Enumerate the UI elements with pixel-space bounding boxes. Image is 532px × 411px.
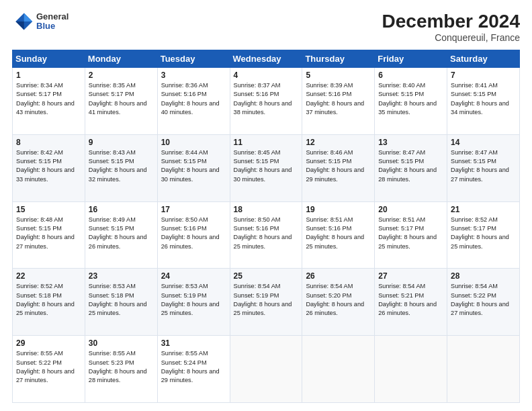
day-detail: Sunrise: 8:55 AMSunset: 5:23 PMDaylight:… — [89, 349, 154, 385]
calendar-cell: 20Sunrise: 8:51 AMSunset: 5:17 PMDayligh… — [375, 201, 447, 269]
svg-marker-2 — [15, 21, 24, 30]
day-detail: Sunrise: 8:44 AMSunset: 5:15 PMDaylight:… — [161, 148, 227, 184]
calendar-cell — [375, 336, 447, 403]
day-number: 28 — [451, 271, 517, 281]
col-monday: Monday — [85, 50, 157, 68]
calendar-cell: 3Sunrise: 8:36 AMSunset: 5:16 PMDaylight… — [157, 68, 230, 135]
day-detail: Sunrise: 8:53 AMSunset: 5:18 PMDaylight:… — [89, 282, 154, 318]
calendar-cell: 27Sunrise: 8:54 AMSunset: 5:21 PMDayligh… — [375, 269, 447, 336]
logo: General Blue — [12, 11, 69, 32]
day-number: 23 — [89, 271, 154, 281]
calendar-cell: 6Sunrise: 8:40 AMSunset: 5:15 PMDaylight… — [375, 68, 447, 135]
day-detail: Sunrise: 8:54 AMSunset: 5:20 PMDaylight:… — [306, 282, 371, 318]
day-number: 16 — [89, 205, 154, 214]
day-number: 11 — [234, 138, 300, 147]
calendar-cell — [302, 336, 375, 403]
calendar-cell: 24Sunrise: 8:53 AMSunset: 5:19 PMDayligh… — [157, 269, 230, 336]
day-detail: Sunrise: 8:45 AMSunset: 5:15 PMDaylight:… — [234, 148, 300, 184]
calendar-cell: 5Sunrise: 8:39 AMSunset: 5:16 PMDaylight… — [302, 68, 375, 135]
col-tuesday: Tuesday — [157, 50, 230, 68]
day-detail: Sunrise: 8:35 AMSunset: 5:17 PMDaylight:… — [89, 81, 154, 117]
col-friday: Friday — [375, 50, 447, 68]
day-detail: Sunrise: 8:51 AMSunset: 5:17 PMDaylight:… — [378, 216, 444, 251]
calendar-cell: 11Sunrise: 8:45 AMSunset: 5:15 PMDayligh… — [230, 134, 302, 201]
calendar-cell: 29Sunrise: 8:55 AMSunset: 5:22 PMDayligh… — [13, 336, 85, 403]
day-detail: Sunrise: 8:52 AMSunset: 5:18 PMDaylight:… — [16, 282, 82, 318]
day-detail: Sunrise: 8:41 AMSunset: 5:15 PMDaylight:… — [451, 81, 517, 117]
day-detail: Sunrise: 8:50 AMSunset: 5:16 PMDaylight:… — [161, 216, 227, 251]
day-number: 21 — [451, 205, 517, 214]
col-sunday: Sunday — [13, 50, 85, 68]
day-number: 29 — [16, 338, 82, 348]
day-detail: Sunrise: 8:55 AMSunset: 5:24 PMDaylight:… — [161, 349, 227, 385]
day-detail: Sunrise: 8:34 AMSunset: 5:17 PMDaylight:… — [16, 81, 82, 117]
calendar-cell: 31Sunrise: 8:55 AMSunset: 5:24 PMDayligh… — [157, 336, 230, 403]
day-number: 7 — [451, 71, 517, 80]
calendar-cell: 19Sunrise: 8:51 AMSunset: 5:16 PMDayligh… — [302, 201, 375, 269]
day-number: 24 — [161, 271, 227, 281]
calendar-cell: 30Sunrise: 8:55 AMSunset: 5:23 PMDayligh… — [85, 336, 157, 403]
day-number: 12 — [306, 138, 371, 147]
day-detail: Sunrise: 8:36 AMSunset: 5:16 PMDaylight:… — [161, 81, 227, 117]
day-number: 30 — [89, 338, 154, 348]
day-detail: Sunrise: 8:37 AMSunset: 5:16 PMDaylight:… — [234, 81, 300, 117]
day-detail: Sunrise: 8:55 AMSunset: 5:22 PMDaylight:… — [16, 349, 82, 385]
calendar-row: 15Sunrise: 8:48 AMSunset: 5:15 PMDayligh… — [13, 201, 520, 269]
calendar-cell: 1Sunrise: 8:34 AMSunset: 5:17 PMDaylight… — [13, 68, 85, 135]
day-detail: Sunrise: 8:48 AMSunset: 5:15 PMDaylight:… — [16, 216, 82, 251]
calendar-cell: 14Sunrise: 8:47 AMSunset: 5:15 PMDayligh… — [447, 134, 520, 201]
day-number: 31 — [161, 338, 227, 348]
calendar-cell: 7Sunrise: 8:41 AMSunset: 5:15 PMDaylight… — [447, 68, 520, 135]
page: General Blue December 2024 Conquereuil, … — [0, 0, 532, 411]
logo-blue: Blue — [36, 21, 69, 31]
day-number: 14 — [451, 138, 517, 147]
calendar-row: 22Sunrise: 8:52 AMSunset: 5:18 PMDayligh… — [13, 269, 520, 336]
month-year-title: December 2024 — [382, 11, 520, 32]
col-saturday: Saturday — [447, 50, 520, 68]
calendar-header-row: Sunday Monday Tuesday Wednesday Thursday… — [13, 50, 520, 68]
day-detail: Sunrise: 8:54 AMSunset: 5:22 PMDaylight:… — [451, 282, 517, 318]
day-detail: Sunrise: 8:51 AMSunset: 5:16 PMDaylight:… — [306, 216, 371, 251]
col-thursday: Thursday — [302, 50, 375, 68]
calendar-table: Sunday Monday Tuesday Wednesday Thursday… — [12, 50, 520, 403]
day-detail: Sunrise: 8:50 AMSunset: 5:16 PMDaylight:… — [234, 216, 300, 251]
day-detail: Sunrise: 8:54 AMSunset: 5:19 PMDaylight:… — [234, 282, 300, 318]
day-number: 20 — [378, 205, 444, 214]
day-number: 27 — [378, 271, 444, 281]
day-detail: Sunrise: 8:46 AMSunset: 5:15 PMDaylight:… — [306, 148, 371, 184]
day-detail: Sunrise: 8:39 AMSunset: 5:16 PMDaylight:… — [306, 81, 371, 117]
day-number: 2 — [89, 71, 154, 80]
calendar-cell: 18Sunrise: 8:50 AMSunset: 5:16 PMDayligh… — [230, 201, 302, 269]
day-number: 1 — [16, 71, 82, 80]
day-detail: Sunrise: 8:49 AMSunset: 5:15 PMDaylight:… — [89, 216, 154, 251]
day-number: 15 — [16, 205, 82, 214]
calendar-cell: 12Sunrise: 8:46 AMSunset: 5:15 PMDayligh… — [302, 134, 375, 201]
calendar-cell: 17Sunrise: 8:50 AMSunset: 5:16 PMDayligh… — [157, 201, 230, 269]
title-block: December 2024 Conquereuil, France — [382, 11, 520, 43]
day-number: 6 — [378, 71, 444, 80]
calendar-cell: 15Sunrise: 8:48 AMSunset: 5:15 PMDayligh… — [13, 201, 85, 269]
day-number: 5 — [306, 71, 371, 80]
day-detail: Sunrise: 8:42 AMSunset: 5:15 PMDaylight:… — [16, 148, 82, 184]
day-number: 19 — [306, 205, 371, 214]
logo-general: General — [36, 12, 69, 21]
day-number: 9 — [89, 138, 154, 147]
calendar-cell: 28Sunrise: 8:54 AMSunset: 5:22 PMDayligh… — [447, 269, 520, 336]
col-wednesday: Wednesday — [230, 50, 302, 68]
day-number: 3 — [161, 71, 227, 80]
calendar-cell — [447, 336, 520, 403]
calendar-cell: 26Sunrise: 8:54 AMSunset: 5:20 PMDayligh… — [302, 269, 375, 336]
day-number: 18 — [234, 205, 300, 214]
calendar-row: 29Sunrise: 8:55 AMSunset: 5:22 PMDayligh… — [13, 336, 520, 403]
day-number: 25 — [234, 271, 300, 281]
day-number: 8 — [16, 138, 82, 147]
calendar-row: 1Sunrise: 8:34 AMSunset: 5:17 PMDaylight… — [13, 68, 520, 135]
calendar-cell: 21Sunrise: 8:52 AMSunset: 5:17 PMDayligh… — [447, 201, 520, 269]
calendar-cell: 25Sunrise: 8:54 AMSunset: 5:19 PMDayligh… — [230, 269, 302, 336]
day-detail: Sunrise: 8:40 AMSunset: 5:15 PMDaylight:… — [378, 81, 444, 117]
day-number: 26 — [306, 271, 371, 281]
day-detail: Sunrise: 8:52 AMSunset: 5:17 PMDaylight:… — [451, 216, 517, 251]
logo-icon — [12, 11, 34, 32]
calendar-cell: 13Sunrise: 8:47 AMSunset: 5:15 PMDayligh… — [375, 134, 447, 201]
calendar-cell: 16Sunrise: 8:49 AMSunset: 5:15 PMDayligh… — [85, 201, 157, 269]
